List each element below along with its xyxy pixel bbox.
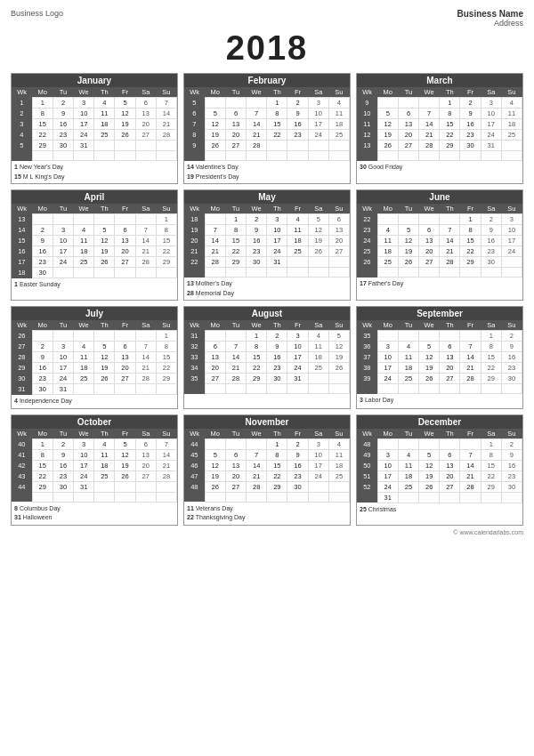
col-header-sa: Sa bbox=[308, 320, 328, 331]
day-cell: 4 bbox=[501, 98, 522, 109]
day-cell bbox=[398, 438, 418, 449]
week-number: 29 bbox=[12, 363, 32, 374]
day-cell: 1 bbox=[225, 214, 246, 225]
day-cell: 24 bbox=[308, 470, 328, 481]
day-cell: 4 bbox=[398, 342, 418, 352]
day-cell: 20 bbox=[135, 460, 156, 470]
day-cell: 12 bbox=[377, 119, 398, 130]
day-cell: 24 bbox=[53, 374, 73, 384]
week-row: 1219202122232425 bbox=[357, 130, 522, 141]
month-title: July bbox=[12, 307, 177, 320]
day-cell: 3 bbox=[481, 98, 501, 109]
col-header-wk: Wk bbox=[184, 320, 205, 331]
holiday-name: Veterans Day bbox=[196, 505, 233, 511]
col-header-tu: Tu bbox=[53, 429, 73, 439]
day-cell: 6 bbox=[440, 449, 460, 460]
day-cell bbox=[328, 492, 349, 502]
col-header-fr: Fr bbox=[460, 429, 481, 439]
day-cell bbox=[156, 384, 176, 395]
week-row bbox=[357, 384, 522, 394]
col-header-fr: Fr bbox=[460, 204, 481, 214]
day-cell: 27 bbox=[328, 246, 349, 257]
day-cell: 1 bbox=[481, 331, 501, 342]
holiday-day: 15 bbox=[14, 173, 21, 180]
week-number bbox=[357, 492, 377, 503]
day-cell: 11 bbox=[74, 236, 94, 246]
day-cell: 14 bbox=[440, 236, 460, 246]
day-cell bbox=[398, 492, 418, 503]
holiday-entry: 31Halloween bbox=[14, 513, 174, 523]
day-cell: 15 bbox=[440, 119, 460, 130]
day-cell: 27 bbox=[115, 257, 135, 268]
day-cell: 14 bbox=[247, 119, 267, 130]
day-cell: 6 bbox=[135, 98, 156, 109]
day-cell: 7 bbox=[135, 225, 156, 236]
day-cell: 14 bbox=[156, 109, 176, 119]
week-row: 91234 bbox=[357, 98, 522, 109]
day-cell: 7 bbox=[440, 225, 460, 236]
col-header-tu: Tu bbox=[53, 204, 73, 214]
day-cell: 27 bbox=[398, 141, 418, 151]
week-number: 47 bbox=[184, 470, 205, 481]
day-cell: 31 bbox=[377, 492, 398, 503]
day-cell: 16 bbox=[53, 119, 73, 130]
day-cell: 7 bbox=[419, 109, 440, 119]
day-cell: 21 bbox=[247, 470, 267, 481]
holiday-day: 25 bbox=[360, 506, 367, 512]
day-cell bbox=[328, 257, 349, 268]
week-number: 45 bbox=[184, 449, 205, 460]
col-header-su: Su bbox=[156, 429, 176, 439]
day-cell: 23 bbox=[247, 246, 267, 257]
day-cell: 17 bbox=[53, 246, 73, 257]
day-cell bbox=[481, 268, 501, 277]
day-cell bbox=[501, 268, 522, 277]
col-header-th: Th bbox=[94, 320, 115, 331]
week-number: 19 bbox=[184, 225, 205, 236]
day-cell: 21 bbox=[156, 460, 176, 470]
day-cell: 8 bbox=[32, 109, 53, 119]
day-cell: 21 bbox=[135, 246, 156, 257]
day-cell: 5 bbox=[94, 225, 115, 236]
week-number: 16 bbox=[12, 246, 32, 257]
week-number: 22 bbox=[357, 214, 377, 225]
day-cell: 9 bbox=[53, 109, 73, 119]
day-cell: 26 bbox=[94, 257, 115, 268]
week-row: 41891011121314 bbox=[12, 449, 177, 460]
week-number bbox=[12, 151, 32, 161]
day-cell: 9 bbox=[287, 449, 308, 460]
day-cell: 22 bbox=[460, 246, 481, 257]
day-cell: 9 bbox=[287, 109, 308, 119]
col-header-we: We bbox=[74, 320, 94, 331]
day-cell bbox=[308, 481, 328, 492]
day-cell bbox=[247, 151, 267, 161]
day-cell: 3 bbox=[74, 98, 94, 109]
day-cell: 21 bbox=[460, 470, 481, 481]
day-cell bbox=[94, 141, 115, 151]
day-cell: 31 bbox=[53, 384, 73, 395]
col-header-wk: Wk bbox=[12, 320, 32, 331]
month-table: WkMoTuWeThFrSaSu512346567891011712131415… bbox=[184, 87, 350, 161]
week-row: 3313141516171819 bbox=[184, 352, 350, 363]
month-block-april: AprilWkMoTuWeThFrSaSu1311423456781591011… bbox=[11, 189, 178, 301]
col-header-su: Su bbox=[501, 87, 522, 98]
holidays-section: 17Father's Day bbox=[357, 277, 522, 291]
week-row: 1112131415161718 bbox=[357, 119, 522, 130]
week-row: 3023242526272829 bbox=[12, 374, 177, 384]
day-cell bbox=[115, 384, 135, 395]
month-table: WkMoTuWeThFrSaSu401234567418910111213144… bbox=[12, 429, 177, 503]
col-header-sa: Sa bbox=[135, 320, 156, 331]
holiday-name: Memorial Day bbox=[196, 290, 234, 296]
week-number: 37 bbox=[357, 352, 377, 363]
month-table: WkMoTuWeThFrSaSu912341056789101111121314… bbox=[357, 87, 522, 161]
day-cell bbox=[419, 384, 440, 394]
day-cell: 13 bbox=[115, 236, 135, 246]
week-number: 43 bbox=[12, 470, 32, 481]
day-cell: 8 bbox=[481, 342, 501, 352]
week-row: 363456789 bbox=[357, 342, 522, 352]
week-number: 25 bbox=[357, 246, 377, 257]
week-number: 1 bbox=[12, 98, 32, 109]
day-cell: 10 bbox=[377, 460, 398, 470]
week-row: 3924252627282930 bbox=[357, 374, 522, 384]
month-block-february: FebruaryWkMoTuWeThFrSaSu5123465678910117… bbox=[183, 73, 351, 184]
day-cell: 26 bbox=[328, 363, 349, 374]
